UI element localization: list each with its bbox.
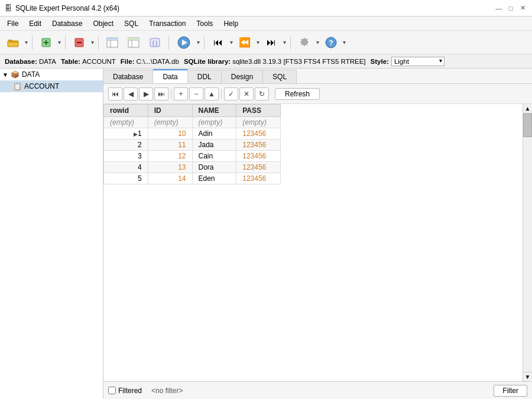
table-row[interactable]: 1 10 Adin 123456 [104, 128, 281, 140]
toolbar-new-btn[interactable] [37, 34, 56, 51]
toolbar-last-btn[interactable]: ⏭ [262, 34, 281, 51]
nav-add-btn[interactable]: + [174, 87, 188, 100]
toolbar: ▾ ▾ ▾ { } ▾ ⏮ ▾ ⏪ ▾ ⏭ ▾ ▾ ? ▾ [0, 31, 532, 54]
nav-prev-btn[interactable]: ◀ [124, 87, 138, 100]
cell-id: 12 [148, 151, 192, 162]
cell-id: 13 [148, 162, 192, 173]
nav-last-btn[interactable]: ⏭ [154, 87, 168, 100]
toolbar-first-arrow[interactable]: ▾ [230, 39, 233, 46]
style-select-wrap[interactable]: Light Dark Classic [389, 57, 445, 66]
table-wrap: rowid ID NAME PASS (empty) (empty) (empt… [103, 104, 523, 381]
scrollbar[interactable]: ▲ ▼ [523, 104, 532, 381]
no-filter-text: <no filter> [151, 387, 183, 395]
titlebar-left: 🗄 SQLite Expert Personal 4.2 (x64) [5, 4, 119, 12]
toolbar-delete-btn[interactable] [70, 34, 89, 51]
menu-tools[interactable]: Tools [192, 18, 218, 29]
cell-rowid: 3 [104, 151, 148, 162]
db-label: Database: [5, 58, 37, 65]
infobar: Database: DATA Table: ACCOUNT File: C:\.… [0, 54, 532, 69]
close-btn[interactable]: ✕ [518, 4, 527, 13]
menu-file[interactable]: File [2, 18, 23, 29]
toolbar-delete-arrow[interactable]: ▾ [91, 39, 94, 46]
cell-pass: 123456 [236, 140, 281, 151]
toolbar-settings-arrow[interactable]: ▾ [316, 39, 319, 46]
filter-name[interactable]: (empty) [192, 117, 236, 128]
menu-help[interactable]: Help [219, 18, 243, 29]
tab-data[interactable]: Data [153, 69, 187, 83]
scroll-thumb[interactable] [523, 113, 532, 137]
toolbar-view-btn[interactable] [124, 34, 143, 51]
tab-ddl[interactable]: DDL [188, 70, 222, 83]
scroll-up-btn[interactable]: ▲ [523, 104, 532, 113]
nav-row: ⏮ ◀ ▶ ⏭ + − ▲ ✓ ✕ ↻ Refresh [103, 84, 532, 104]
toolbar-first-btn[interactable]: ⏮ [209, 34, 228, 51]
menu-object[interactable]: Object [88, 18, 118, 29]
toolbar-new-arrow[interactable]: ▾ [58, 39, 61, 46]
filter-pass[interactable]: (empty) [236, 117, 281, 128]
tree-db-item[interactable]: ▼ 📦 DATA [0, 69, 103, 80]
filter-rowid[interactable]: (empty) [104, 117, 148, 128]
content-area: Database Data DDL Design SQL ⏮ ◀ ▶ ⏭ + −… [103, 69, 532, 399]
nav-next-btn[interactable]: ▶ [139, 87, 153, 100]
tab-design[interactable]: Design [222, 70, 263, 83]
menu-database[interactable]: Database [47, 18, 87, 29]
table-row[interactable]: 2 11 Jada 123456 [104, 140, 281, 151]
toolbar-prev-arrow[interactable]: ▾ [257, 39, 259, 46]
nav-refresh-icon-btn[interactable]: ↻ [255, 87, 269, 100]
maximize-btn[interactable]: □ [506, 4, 515, 13]
filtered-checkbox[interactable] [108, 387, 116, 394]
nav-confirm-btn[interactable]: ✓ [224, 87, 238, 100]
nav-delete-btn[interactable]: − [189, 87, 203, 100]
file-label: File: [121, 58, 135, 65]
data-table: rowid ID NAME PASS (empty) (empty) (empt… [103, 104, 281, 184]
table-row[interactable]: 3 12 Cain 123456 [104, 151, 281, 162]
db-name: DATA [39, 58, 56, 65]
refresh-button[interactable]: Refresh [275, 88, 320, 100]
toolbar-proc-btn[interactable]: { } [145, 34, 164, 51]
col-rowid: rowid [104, 105, 148, 117]
toolbar-sep6 [290, 35, 291, 50]
menu-sql[interactable]: SQL [119, 18, 143, 29]
tree-table-item[interactable]: 📋 ACCOUNT [0, 80, 103, 92]
file-path: C:\...\DATA.db [136, 58, 179, 65]
menu-edit[interactable]: Edit [24, 18, 46, 29]
scroll-track[interactable] [523, 113, 532, 372]
content-with-scroll: rowid ID NAME PASS (empty) (empty) (empt… [103, 104, 532, 381]
toolbar-open-arrow[interactable]: ▾ [25, 39, 28, 46]
toolbar-help-btn[interactable]: ? [322, 34, 340, 51]
nav-sep2 [221, 89, 222, 99]
data-view: ⏮ ◀ ▶ ⏭ + − ▲ ✓ ✕ ↻ Refresh [103, 84, 532, 399]
menu-transaction[interactable]: Transaction [144, 18, 190, 29]
toolbar-help-arrow[interactable]: ▾ [343, 39, 346, 46]
toolbar-settings-btn[interactable] [295, 34, 314, 51]
titlebar-controls: — □ ✕ [494, 4, 527, 13]
table-tree-icon: 📋 [13, 82, 22, 90]
db-tree-icon: 📦 [11, 70, 20, 79]
table-row[interactable]: 5 14 Eden 123456 [104, 173, 281, 184]
cell-rowid: 5 [104, 173, 148, 184]
toolbar-table-btn[interactable] [103, 34, 122, 51]
toolbar-last-arrow[interactable]: ▾ [283, 39, 286, 46]
cell-name: Dora [192, 162, 236, 173]
minimize-btn[interactable]: — [494, 4, 504, 13]
table-row[interactable]: 4 13 Dora 123456 [104, 162, 281, 173]
toolbar-prev-btn[interactable]: ⏪ [235, 34, 254, 51]
tab-sql[interactable]: SQL [263, 70, 297, 83]
filter-id[interactable]: (empty) [148, 117, 192, 128]
style-select[interactable]: Light Dark Classic [391, 57, 445, 66]
col-id: ID [148, 105, 192, 117]
nav-first-btn[interactable]: ⏮ [108, 87, 122, 100]
tree-expand-icon: ▼ [2, 72, 8, 78]
filtered-check-wrap: Filtered [108, 387, 142, 395]
toolbar-run-btn[interactable] [173, 34, 194, 51]
filter-button[interactable]: Filter [494, 385, 527, 397]
toolbar-open-btn[interactable] [4, 34, 22, 51]
svg-text:{ }: { } [153, 40, 158, 46]
tab-database[interactable]: Database [103, 70, 153, 83]
tabs-bar: Database Data DDL Design SQL [103, 69, 532, 84]
nav-up-btn[interactable]: ▲ [205, 87, 219, 100]
scroll-down-btn[interactable]: ▼ [523, 372, 532, 381]
toolbar-sep5 [204, 35, 205, 50]
toolbar-run-arrow[interactable]: ▾ [197, 39, 200, 46]
nav-cancel-btn[interactable]: ✕ [239, 87, 254, 100]
